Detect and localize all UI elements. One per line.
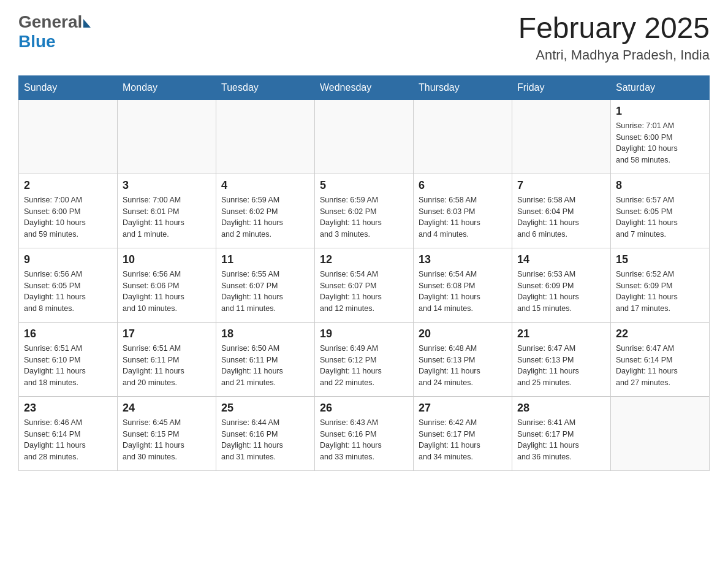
day-number: 18: [221, 327, 309, 340]
day-info: Sunrise: 6:44 AMSunset: 6:16 PMDaylight:…: [221, 417, 309, 463]
calendar-week-row: 16Sunrise: 6:51 AMSunset: 6:10 PMDayligh…: [19, 322, 710, 396]
day-number: 19: [320, 327, 408, 340]
logo-blue: Blue: [18, 32, 56, 51]
calendar-day-cell: 16Sunrise: 6:51 AMSunset: 6:10 PMDayligh…: [19, 322, 118, 396]
day-number: 8: [616, 179, 704, 192]
calendar-week-row: 1Sunrise: 7:01 AMSunset: 6:00 PMDaylight…: [19, 99, 710, 174]
day-info: Sunrise: 6:59 AMSunset: 6:02 PMDaylight:…: [320, 194, 408, 240]
calendar-day-cell: 4Sunrise: 6:59 AMSunset: 6:02 PMDaylight…: [216, 174, 315, 248]
day-number: 25: [221, 402, 309, 415]
day-info: Sunrise: 6:56 AMSunset: 6:05 PMDaylight:…: [24, 269, 112, 315]
day-of-week-header: Thursday: [414, 75, 512, 99]
day-number: 10: [123, 253, 211, 266]
calendar-day-cell: 14Sunrise: 6:53 AMSunset: 6:09 PMDayligh…: [512, 248, 611, 322]
day-number: 16: [24, 327, 112, 340]
day-info: Sunrise: 6:51 AMSunset: 6:11 PMDaylight:…: [123, 343, 211, 389]
day-info: Sunrise: 6:52 AMSunset: 6:09 PMDaylight:…: [616, 269, 704, 315]
day-info: Sunrise: 6:47 AMSunset: 6:14 PMDaylight:…: [616, 343, 704, 389]
day-of-week-header: Monday: [118, 75, 216, 99]
day-info: Sunrise: 7:01 AMSunset: 6:00 PMDaylight:…: [616, 120, 704, 166]
logo: General Blue: [18, 12, 91, 52]
day-number: 21: [517, 327, 605, 340]
calendar-day-cell: 25Sunrise: 6:44 AMSunset: 6:16 PMDayligh…: [216, 396, 315, 470]
day-info: Sunrise: 6:49 AMSunset: 6:12 PMDaylight:…: [320, 343, 408, 389]
location-title: Antri, Madhya Pradesh, India: [518, 47, 710, 63]
day-info: Sunrise: 7:00 AMSunset: 6:01 PMDaylight:…: [123, 194, 211, 240]
day-info: Sunrise: 7:00 AMSunset: 6:00 PMDaylight:…: [24, 194, 112, 240]
day-info: Sunrise: 6:43 AMSunset: 6:16 PMDaylight:…: [320, 417, 408, 463]
calendar-day-cell: [611, 396, 710, 470]
calendar-day-cell: [19, 99, 118, 174]
calendar-day-cell: 27Sunrise: 6:42 AMSunset: 6:17 PMDayligh…: [414, 396, 512, 470]
day-info: Sunrise: 6:53 AMSunset: 6:09 PMDaylight:…: [517, 269, 605, 315]
calendar-day-cell: [315, 99, 414, 174]
calendar-day-cell: [414, 99, 512, 174]
day-info: Sunrise: 6:54 AMSunset: 6:07 PMDaylight:…: [320, 269, 408, 315]
day-info: Sunrise: 6:57 AMSunset: 6:05 PMDaylight:…: [616, 194, 704, 240]
calendar-day-cell: 20Sunrise: 6:48 AMSunset: 6:13 PMDayligh…: [414, 322, 512, 396]
day-number: 5: [320, 179, 408, 192]
day-number: 14: [517, 253, 605, 266]
calendar-day-cell: 28Sunrise: 6:41 AMSunset: 6:17 PMDayligh…: [512, 396, 611, 470]
day-info: Sunrise: 6:46 AMSunset: 6:14 PMDaylight:…: [24, 417, 112, 463]
day-number: 12: [320, 253, 408, 266]
calendar-day-cell: 9Sunrise: 6:56 AMSunset: 6:05 PMDaylight…: [19, 248, 118, 322]
day-number: 2: [24, 179, 112, 192]
page-header: General Blue February 2025 Antri, Madhya…: [18, 12, 710, 63]
day-number: 23: [24, 402, 112, 415]
calendar-day-cell: 19Sunrise: 6:49 AMSunset: 6:12 PMDayligh…: [315, 322, 414, 396]
day-number: 26: [320, 402, 408, 415]
day-info: Sunrise: 6:50 AMSunset: 6:11 PMDaylight:…: [221, 343, 309, 389]
day-info: Sunrise: 6:41 AMSunset: 6:17 PMDaylight:…: [517, 417, 605, 463]
calendar-table: SundayMondayTuesdayWednesdayThursdayFrid…: [18, 75, 710, 471]
day-number: 4: [221, 179, 309, 192]
day-number: 3: [123, 179, 211, 192]
day-number: 11: [221, 253, 309, 266]
calendar-day-cell: 13Sunrise: 6:54 AMSunset: 6:08 PMDayligh…: [414, 248, 512, 322]
day-number: 6: [419, 179, 507, 192]
month-title: February 2025: [518, 12, 710, 45]
day-number: 1: [616, 105, 704, 118]
day-info: Sunrise: 6:55 AMSunset: 6:07 PMDaylight:…: [221, 269, 309, 315]
calendar-day-cell: 18Sunrise: 6:50 AMSunset: 6:11 PMDayligh…: [216, 322, 315, 396]
day-info: Sunrise: 6:54 AMSunset: 6:08 PMDaylight:…: [419, 269, 507, 315]
day-info: Sunrise: 6:56 AMSunset: 6:06 PMDaylight:…: [123, 269, 211, 315]
calendar-day-cell: 11Sunrise: 6:55 AMSunset: 6:07 PMDayligh…: [216, 248, 315, 322]
calendar-day-cell: 17Sunrise: 6:51 AMSunset: 6:11 PMDayligh…: [118, 322, 216, 396]
calendar-day-cell: 7Sunrise: 6:58 AMSunset: 6:04 PMDaylight…: [512, 174, 611, 248]
day-number: 7: [517, 179, 605, 192]
calendar-day-cell: 12Sunrise: 6:54 AMSunset: 6:07 PMDayligh…: [315, 248, 414, 322]
calendar-day-cell: 3Sunrise: 7:00 AMSunset: 6:01 PMDaylight…: [118, 174, 216, 248]
calendar-day-cell: 26Sunrise: 6:43 AMSunset: 6:16 PMDayligh…: [315, 396, 414, 470]
day-info: Sunrise: 6:45 AMSunset: 6:15 PMDaylight:…: [123, 417, 211, 463]
calendar-day-cell: 23Sunrise: 6:46 AMSunset: 6:14 PMDayligh…: [19, 396, 118, 470]
day-number: 24: [123, 402, 211, 415]
day-info: Sunrise: 6:59 AMSunset: 6:02 PMDaylight:…: [221, 194, 309, 240]
calendar-day-cell: 21Sunrise: 6:47 AMSunset: 6:13 PMDayligh…: [512, 322, 611, 396]
day-number: 13: [419, 253, 507, 266]
day-number: 15: [616, 253, 704, 266]
day-number: 17: [123, 327, 211, 340]
calendar-day-cell: 5Sunrise: 6:59 AMSunset: 6:02 PMDaylight…: [315, 174, 414, 248]
calendar-week-row: 23Sunrise: 6:46 AMSunset: 6:14 PMDayligh…: [19, 396, 710, 470]
calendar-day-cell: 24Sunrise: 6:45 AMSunset: 6:15 PMDayligh…: [118, 396, 216, 470]
day-info: Sunrise: 6:47 AMSunset: 6:13 PMDaylight:…: [517, 343, 605, 389]
calendar-day-cell: [118, 99, 216, 174]
calendar-day-cell: 1Sunrise: 7:01 AMSunset: 6:00 PMDaylight…: [611, 99, 710, 174]
calendar-day-cell: 2Sunrise: 7:00 AMSunset: 6:00 PMDaylight…: [19, 174, 118, 248]
calendar-header-row: SundayMondayTuesdayWednesdayThursdayFrid…: [19, 75, 710, 99]
day-info: Sunrise: 6:51 AMSunset: 6:10 PMDaylight:…: [24, 343, 112, 389]
day-info: Sunrise: 6:58 AMSunset: 6:03 PMDaylight:…: [419, 194, 507, 240]
calendar-day-cell: 6Sunrise: 6:58 AMSunset: 6:03 PMDaylight…: [414, 174, 512, 248]
calendar-day-cell: 15Sunrise: 6:52 AMSunset: 6:09 PMDayligh…: [611, 248, 710, 322]
day-of-week-header: Sunday: [19, 75, 118, 99]
calendar-day-cell: [216, 99, 315, 174]
day-of-week-header: Friday: [512, 75, 611, 99]
calendar-day-cell: 10Sunrise: 6:56 AMSunset: 6:06 PMDayligh…: [118, 248, 216, 322]
logo-general: General: [18, 12, 82, 32]
title-block: February 2025 Antri, Madhya Pradesh, Ind…: [518, 12, 710, 63]
day-of-week-header: Tuesday: [216, 75, 315, 99]
day-number: 22: [616, 327, 704, 340]
calendar-week-row: 2Sunrise: 7:00 AMSunset: 6:00 PMDaylight…: [19, 174, 710, 248]
day-info: Sunrise: 6:42 AMSunset: 6:17 PMDaylight:…: [419, 417, 507, 463]
